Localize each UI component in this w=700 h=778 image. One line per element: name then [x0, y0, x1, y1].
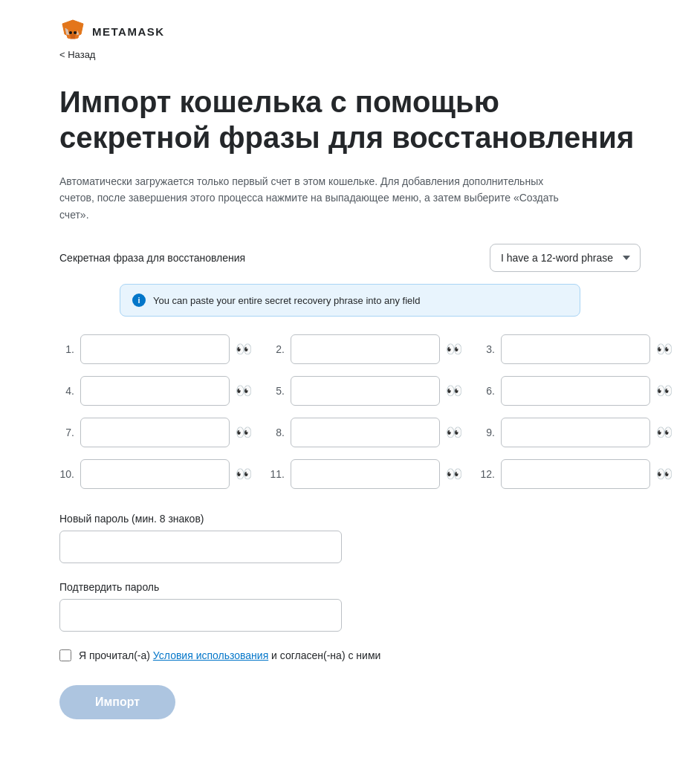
page-title: Импорт кошелька с помощью секретной фраз… [59, 84, 641, 155]
word-number-2: 2. [270, 343, 285, 355]
eye-icon-3[interactable]: 👀 [656, 341, 673, 357]
eye-icon-5[interactable]: 👀 [446, 383, 462, 399]
eye-icon-1[interactable]: 👀 [236, 341, 252, 357]
eye-icon-4[interactable]: 👀 [236, 383, 252, 399]
word-number-12: 12. [480, 468, 495, 480]
word-item-2: 2. 👀 [270, 334, 462, 364]
eye-icon-10[interactable]: 👀 [236, 466, 252, 482]
word-item-11: 11. 👀 [270, 459, 462, 489]
new-password-section: Новый пароль (мин. 8 знаков) [59, 513, 641, 563]
phrase-header: Секретная фраза для восстановления I hav… [59, 244, 641, 272]
phrase-label: Секретная фраза для восстановления [59, 252, 245, 264]
word-item-6: 6. 👀 [480, 376, 673, 406]
terms-text: Я прочитал(-а) Условия использования и с… [79, 649, 380, 661]
confirm-password-section: Подтвердить пароль [59, 581, 641, 632]
word-input-2[interactable] [291, 334, 440, 364]
word-number-3: 3. [480, 343, 495, 355]
word-number-6: 6. [480, 385, 495, 397]
word-item-12: 12. 👀 [480, 459, 673, 489]
word-input-3[interactable] [501, 334, 650, 364]
word-number-9: 9. [480, 427, 495, 438]
word-input-12[interactable] [501, 459, 650, 489]
info-banner: i You can paste your entire secret recov… [120, 284, 580, 317]
info-icon: i [132, 294, 146, 307]
terms-link[interactable]: Условия использования [153, 649, 268, 661]
import-button[interactable]: Импорт [59, 685, 175, 719]
svg-point-9 [74, 31, 77, 34]
word-number-7: 7. [59, 427, 74, 438]
word-number-5: 5. [270, 385, 285, 397]
word-input-9[interactable] [501, 418, 650, 447]
word-input-4[interactable] [80, 376, 230, 406]
header: METAMASK < Назад [59, 18, 641, 60]
logo-text: METAMASK [92, 25, 165, 38]
eye-icon-9[interactable]: 👀 [656, 424, 673, 441]
svg-marker-6 [67, 35, 71, 39]
eye-icon-6[interactable]: 👀 [656, 383, 673, 399]
word-number-1: 1. [59, 343, 74, 355]
eye-icon-11[interactable]: 👀 [446, 466, 462, 482]
word-item-7: 7. 👀 [59, 418, 252, 447]
word-input-6[interactable] [501, 376, 650, 406]
word-item-9: 9. 👀 [480, 418, 673, 447]
word-item-4: 4. 👀 [59, 376, 252, 406]
phrase-dropdown-wrapper[interactable]: I have a 12-word phraseI have a 24-word … [490, 244, 641, 272]
svg-marker-7 [75, 35, 79, 39]
confirm-password-input[interactable] [59, 599, 342, 632]
page-description: Автоматически загружается только первый … [59, 173, 580, 223]
new-password-input[interactable] [59, 531, 342, 563]
terms-row: Я прочитал(-а) Условия использования и с… [59, 649, 641, 661]
eye-icon-8[interactable]: 👀 [446, 424, 462, 441]
word-input-1[interactable] [80, 334, 230, 364]
terms-text-before: Я прочитал(-а) [79, 649, 153, 661]
terms-checkbox[interactable] [59, 649, 71, 661]
word-item-3: 3. 👀 [480, 334, 673, 364]
phrase-dropdown[interactable]: I have a 12-word phraseI have a 24-word … [490, 244, 641, 272]
word-item-10: 10. 👀 [59, 459, 252, 489]
word-item-5: 5. 👀 [270, 376, 462, 406]
word-input-11[interactable] [291, 459, 440, 489]
word-input-8[interactable] [291, 418, 440, 447]
word-number-11: 11. [270, 468, 285, 480]
eye-icon-2[interactable]: 👀 [446, 341, 462, 357]
word-input-7[interactable] [80, 418, 230, 447]
back-button[interactable]: < Назад [59, 49, 641, 60]
word-number-8: 8. [270, 427, 285, 438]
info-text: You can paste your entire secret recover… [153, 295, 420, 306]
word-item-1: 1. 👀 [59, 334, 252, 364]
svg-point-8 [69, 31, 72, 34]
word-number-4: 4. [59, 385, 74, 397]
word-input-5[interactable] [291, 376, 440, 406]
word-input-10[interactable] [80, 459, 230, 489]
word-grid: 1. 👀 2. 👀 3. 👀 4. 👀 5. 👀 6. 👀 7. 👀 8. 👀 [59, 334, 641, 489]
logo-row: METAMASK [59, 18, 641, 45]
new-password-label: Новый пароль (мин. 8 знаков) [59, 513, 641, 525]
terms-text-after: и согласен(-на) с ними [268, 649, 380, 661]
eye-icon-7[interactable]: 👀 [236, 424, 252, 441]
confirm-password-label: Подтвердить пароль [59, 581, 641, 593]
metamask-logo-icon [59, 18, 86, 45]
word-number-10: 10. [59, 468, 74, 480]
word-item-8: 8. 👀 [270, 418, 462, 447]
eye-icon-12[interactable]: 👀 [656, 466, 673, 482]
